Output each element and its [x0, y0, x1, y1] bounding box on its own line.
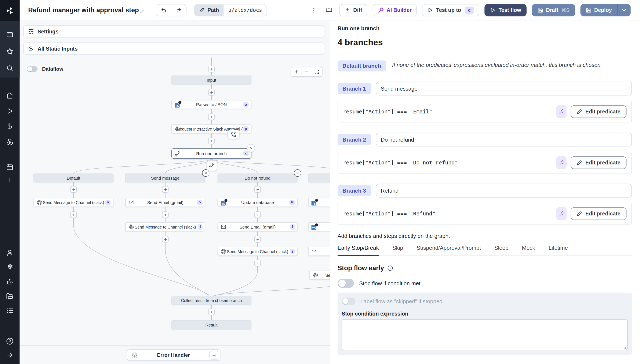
sidebar-item-settings[interactable]	[6, 264, 14, 271]
windmill-logo[interactable]	[0, 0, 20, 21]
error-handler-node[interactable]: Error Handler	[127, 350, 220, 361]
insert-step-button[interactable]	[208, 89, 215, 96]
flow-node-input[interactable]: Input	[172, 76, 252, 84]
branch-header-default[interactable]: Default	[34, 174, 114, 182]
dataflow-toggle[interactable]	[27, 66, 38, 72]
delete-branch-button[interactable]	[202, 169, 210, 177]
flow-node-collect-result[interactable]: Collect result from chosen branch	[172, 296, 252, 305]
insert-step-button[interactable]	[70, 186, 77, 192]
sidebar-item-search[interactable]	[6, 64, 14, 72]
tab-sleep[interactable]: Sleep	[494, 245, 508, 256]
insert-step-button[interactable]	[254, 236, 261, 242]
static-inputs-accordion[interactable]: All Static Inputs	[23, 42, 324, 55]
draft-button[interactable]: Draft ⌘S	[532, 4, 575, 16]
insert-step-button[interactable]	[254, 260, 261, 266]
edit-predicate-label: Edit predicate	[586, 108, 620, 115]
flow-step-send-email-o[interactable]: Send Email (gmail) o	[125, 198, 205, 207]
insert-step-button[interactable]	[208, 114, 215, 120]
add-error-handler-button[interactable]	[209, 351, 218, 360]
flow-step-partial-ts[interactable]: TS	[308, 222, 330, 231]
tab-suspend-approval-prompt[interactable]: Suspend/Approval/Prompt	[416, 245, 481, 256]
flow-step-send-email-i[interactable]: Send Email (gmail) i	[218, 222, 298, 231]
insert-step-button[interactable]	[208, 66, 215, 72]
delete-step-button[interactable]	[247, 144, 255, 152]
undo-button[interactable]	[156, 4, 171, 16]
branch-name-input[interactable]	[376, 184, 632, 198]
sidebar-item-folders[interactable]	[6, 293, 14, 300]
zoom-in-icon[interactable]	[294, 70, 298, 74]
stop-condition-input[interactable]	[342, 319, 628, 350]
suspend-approval-indicator[interactable]	[227, 130, 240, 139]
sidebar-item-home[interactable]	[6, 92, 14, 99]
resize-handle-icon[interactable]	[623, 346, 626, 349]
docs-button[interactable]	[324, 4, 334, 16]
test-up-to-button[interactable]: Test up to c	[422, 4, 479, 16]
redo-button[interactable]	[171, 4, 186, 16]
insert-step-button[interactable]	[162, 186, 169, 192]
branch-header-send-message[interactable]: Send message	[125, 174, 205, 182]
sidebar-item-help[interactable]	[6, 338, 14, 345]
more-menu-button[interactable]	[309, 4, 319, 16]
flow-step-parses-to-json[interactable]: TS Parses to JSON a	[172, 100, 252, 109]
deploy-options-button[interactable]	[617, 4, 631, 16]
flow-step-partial-gmail[interactable]	[308, 247, 330, 256]
label-skipped-toggle[interactable]	[342, 298, 356, 305]
sidebar-item-variables[interactable]	[6, 122, 14, 130]
flow-step-partial-slack[interactable]: Sen	[310, 271, 330, 280]
deploy-button[interactable]: Deploy	[580, 4, 617, 16]
flow-step-send-slack-n[interactable]: Send Message to Channel (slack) n	[34, 198, 114, 207]
ai-predicate-button[interactable]	[556, 106, 566, 118]
insert-step-button[interactable]	[208, 308, 215, 315]
edit-predicate-button[interactable]: Edit predicate	[570, 208, 626, 220]
sidebar-item-runs[interactable]	[6, 107, 14, 115]
insert-step-button[interactable]	[162, 212, 169, 218]
stop-flow-toggle[interactable]	[338, 279, 354, 288]
zoom-out-icon[interactable]	[304, 70, 309, 74]
info-icon[interactable]	[387, 266, 393, 271]
sidebar-item-favorites[interactable]	[6, 48, 14, 55]
delete-branch-button[interactable]	[294, 169, 302, 177]
edit-predicate-button[interactable]: Edit predicate	[570, 106, 626, 118]
sidebar-item-workers[interactable]	[6, 278, 14, 285]
branch-name-input[interactable]	[376, 133, 632, 147]
flow-step-update-database-h[interactable]: TS Update database h	[218, 198, 298, 207]
branch-name-input[interactable]	[376, 82, 632, 96]
diff-button[interactable]: Diff	[339, 4, 367, 16]
edit-predicate-button[interactable]: Edit predicate	[570, 156, 626, 169]
insert-step-button[interactable]	[208, 138, 215, 144]
add-branch-button[interactable]	[206, 160, 217, 171]
path-value[interactable]: u/alex/docs	[224, 4, 267, 16]
flow-step-run-one-branch[interactable]: Run one branch c	[172, 148, 252, 159]
branch-header-refund[interactable]	[308, 174, 330, 182]
insert-step-button[interactable]	[162, 236, 169, 242]
ai-predicate-button[interactable]	[556, 156, 566, 169]
sidebar-collapse-button[interactable]	[6, 352, 14, 359]
flow-title[interactable]: Refund manager with approval step	[28, 6, 139, 14]
ai-predicate-button[interactable]	[556, 208, 566, 220]
tab-mock[interactable]: Mock	[522, 245, 535, 256]
insert-step-button[interactable]	[254, 212, 261, 218]
sidebar-item-users[interactable]	[6, 249, 14, 256]
fit-view-icon[interactable]	[314, 70, 319, 74]
ai-builder-button[interactable]: AI Builder	[373, 4, 417, 16]
branch-header-do-not-refund[interactable]: Do not refund	[218, 174, 298, 182]
tab-early-stop-break[interactable]: Early Stop/Break	[338, 245, 379, 256]
sidebar-item-workspace[interactable]	[6, 31, 14, 38]
sidebar-item-add[interactable]	[6, 176, 14, 184]
insert-step-button[interactable]	[70, 212, 77, 218]
flow-node-result[interactable]: Result	[172, 320, 252, 329]
sidebar-item-logs[interactable]	[6, 307, 14, 314]
flow-step-send-slack-l[interactable]: Send Message to Channel (slack) l	[125, 222, 205, 231]
settings-accordion[interactable]: Settings	[23, 26, 324, 38]
test-flow-button[interactable]: Test flow	[485, 4, 526, 16]
flow-graph-canvas[interactable]: Dataflow Input	[20, 58, 330, 364]
flow-step-partial-ts[interactable]: TS	[308, 198, 330, 207]
flow-step-send-slack-j[interactable]: Send Message to Channel (slack) j	[218, 247, 298, 256]
sidebar-item-resources[interactable]	[6, 138, 14, 146]
insert-step-button[interactable]	[254, 186, 261, 192]
sidebar-item-schedules[interactable]	[6, 163, 14, 170]
edit-title-icon[interactable]	[140, 9, 144, 14]
tab-skip[interactable]: Skip	[392, 245, 403, 256]
tab-lifetime[interactable]: Lifetime	[548, 245, 568, 256]
path-button[interactable]: Path	[195, 4, 223, 16]
